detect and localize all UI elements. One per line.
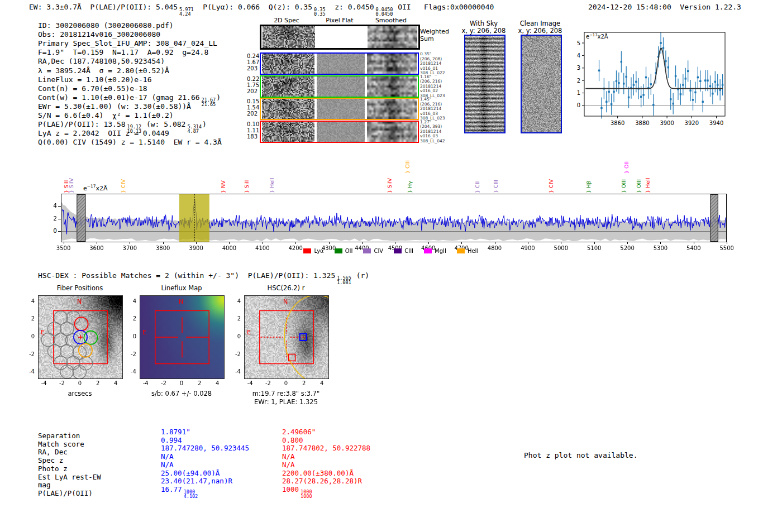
compass-north-label: N [179,298,183,305]
smoothed-image [367,99,417,119]
svg-text:4: 4 [577,52,580,59]
panel-ytick-label: 4 [23,298,35,304]
legend-item: MgII [424,248,446,254]
info-line: ID: 3002006080 (3002006080.pdf) [38,21,174,30]
compass-north-label: N [77,298,82,305]
panel-xtick-label: -2 [54,380,70,386]
spec2d-image [262,99,314,119]
spectrum-ytick [58,206,61,207]
panel-ytick-label: 0 [125,333,136,339]
panel-ytick-label: 4 [125,298,136,304]
spec2d-image [263,26,315,48]
panel-xtick-label: -4 [242,380,259,386]
info-line: Cont(n) = 6.70(±0.55)e-18 [38,84,147,93]
panel-title: HSC(26.2) r [225,284,347,292]
fiber-positions-canvas [38,295,123,379]
spectrum-xtick-label: 3600 [85,245,108,251]
match-table-value-col2: N/A [282,461,295,469]
spectrum-xtick [329,242,330,244]
spec2d-exposure-row [260,75,419,98]
legend-label: MgII [435,248,446,254]
compass-east-label: E [247,329,251,336]
spectrum-xtick [594,242,595,244]
svg-text:5: 5 [577,40,580,46]
panel-xtick-label: 4 [313,380,330,386]
svg-text:3860: 3860 [611,120,624,126]
spectrum-xtick [196,242,197,244]
match-table-row-label: Separation [38,432,80,440]
match-table-value-col1: N/A [161,452,174,461]
spec2d-image [262,76,314,97]
match-table-value-col2: 100010001000 [282,485,313,499]
panel-ytick-label: -4 [230,368,241,375]
compass-east-label: E [41,329,45,336]
spectrum-ytick-label: 4 [47,202,57,209]
header-summary: EW: 3.3±0.7Å P(LAE)/P(OII): 5.0455.9714.… [29,3,494,16]
spectral-line-label: } OIII [636,179,642,193]
spectrum-xtick-label: 3800 [152,245,174,251]
panel-xtick-label: 0 [173,380,190,386]
match-table-value-col1: N/A [161,461,174,469]
photz-notice: Phot z plot not available. [524,451,638,459]
panel-xtick-label: 2 [89,380,106,386]
legend-label: Lyα [314,248,323,254]
panel-ytick-label: 2 [125,315,136,322]
clean-image [521,35,562,133]
legend-swatch [335,248,342,253]
info-line: Primary Spec_Slot_IFU_AMP: 308_047_024_L… [38,39,217,48]
spectral-line-label: } CIII [404,160,411,174]
svg-text:3: 3 [577,65,580,71]
spectrum-xtick [428,242,429,244]
spectrum-xtick [229,242,230,244]
info-line: RA,Dec (187.748108,50.923454) [38,57,165,66]
match-table-value-col2: 0.800 [282,436,303,444]
spectrum-xtick [64,242,64,244]
spectrum-xtick [660,242,661,244]
sky-panel-title: Clean Imagex, y: 206, 208 [501,20,579,35]
pixel-flat-image [317,99,365,119]
legend-label: CIII [404,248,413,254]
match-table-row-label: Photo z [38,464,68,473]
spectrum-xtick [561,242,561,244]
legend-item: HeII [457,248,479,254]
spectrum-ytick-label: 0 [47,227,57,234]
spectrum-xtick [263,242,263,244]
fit-plot-unit-label: e−17x2Å [586,33,608,40]
match-table-row-label: RA, Dec [38,448,68,456]
spectrum-xtick [295,242,296,244]
pixel-flat-image [317,122,365,142]
panel-ytick-label: 0 [23,333,35,339]
spectrum-xtick [495,242,495,244]
match-table-row-label: Match score [38,440,84,448]
spec2d-col-header: Smoothed [357,17,425,24]
panel-xtick-label: 0 [278,380,294,386]
spectral-line-label: } CIV [120,179,126,193]
match-table-row-label: Spec z [38,456,63,464]
spectrum-ytick [58,219,61,219]
match-table-value-col2: N/A [282,452,295,461]
panel-xtick-label: 2 [295,380,312,386]
spec2d-right-labels: 0.35"(206, 208)20181214v016_01308_LL_022 [420,52,445,76]
panel-xtick-label: 4 [107,380,124,386]
spectral-line-label: } HeII [269,178,275,193]
spectrum-xtick-label: 5100 [583,245,605,251]
header-datetime: 2024-12-20 15:48:00 Version 1.22.3 [588,3,741,11]
spectrum-xtick-label: 3500 [53,245,75,251]
panel-ytick-label: 2 [23,315,35,322]
elixer-report-page: EW: 3.3±0.7Å P(LAE)/P(OII): 5.0455.9714.… [0,0,782,532]
spectral-line-label: } OIII [621,179,627,193]
smoothed-image [367,54,417,74]
spectrum-xtick-label: 5500 [716,245,738,251]
spectral-line-label: } HeII [645,178,651,193]
info-line: S/N = 6.6(±0.4) χ² = 1.1(±0.2) [38,111,174,120]
panel-xtick-label: 4 [209,380,226,386]
weighted-sum-row [260,25,420,50]
svg-text:3940: 3940 [709,120,723,126]
spectrum-xtick-label: 5000 [550,245,572,251]
spec2d-exposure-row [260,121,419,143]
spectral-line-label: } SiIV [387,178,393,193]
with-sky-image [464,35,506,133]
legend-label: CIV [374,248,383,254]
legend-swatch [457,248,465,253]
spectrum-xtick [694,242,694,244]
